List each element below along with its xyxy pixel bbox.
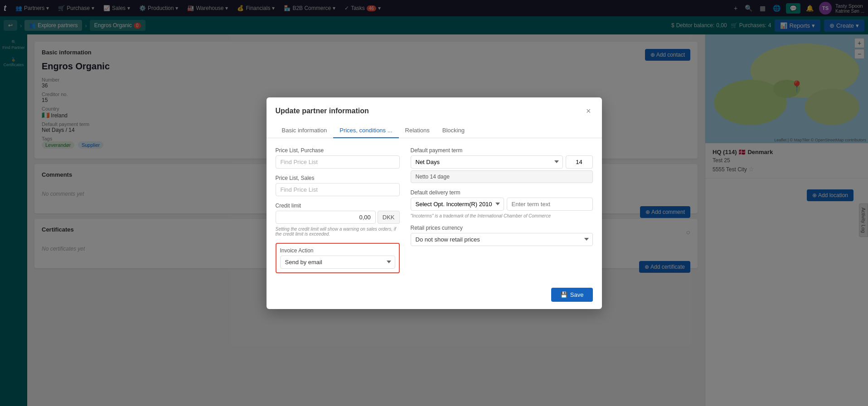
price-list-sales-group: Price List, Sales bbox=[276, 175, 400, 196]
modal-overlay: Update partner information × Basic infor… bbox=[0, 0, 868, 406]
price-list-purchase-label: Price List, Purchase bbox=[276, 147, 400, 154]
tab-relations[interactable]: Relations bbox=[399, 123, 436, 138]
default-payment-term-label: Default payment term bbox=[411, 147, 593, 154]
payment-term-inputs: Net Days Net 30 Net 60 Immediate bbox=[411, 155, 593, 169]
tab-basic-information[interactable]: Basic information bbox=[276, 123, 334, 138]
update-partner-modal: Update partner information × Basic infor… bbox=[267, 97, 602, 309]
price-list-purchase-group: Price List, Purchase bbox=[276, 147, 400, 169]
modal-close-button[interactable]: × bbox=[584, 105, 593, 118]
price-list-sales-input[interactable] bbox=[276, 183, 400, 196]
save-button[interactable]: 💾 Save bbox=[551, 288, 593, 302]
modal-tabs: Basic information Prices, conditions ...… bbox=[267, 123, 602, 138]
default-payment-term-group: Default payment term Net Days Net 30 Net… bbox=[411, 147, 593, 183]
price-list-sales-label: Price List, Sales bbox=[276, 175, 400, 181]
modal-footer: 💾 Save bbox=[267, 282, 602, 309]
invoice-action-highlighted-group: Invoice Action Send by email Print Do no… bbox=[276, 243, 400, 273]
incoterm-select[interactable]: Select Opt. Incoterm(R) 2010 bbox=[411, 198, 504, 211]
right-column: Default payment term Net Days Net 30 Net… bbox=[411, 147, 593, 273]
price-list-purchase-input[interactable] bbox=[276, 155, 400, 169]
left-column: Price List, Purchase Price List, Sales C… bbox=[276, 147, 400, 273]
default-delivery-term-label: Default delivery term bbox=[411, 189, 593, 196]
payment-term-type-select[interactable]: Net Days Net 30 Net 60 Immediate bbox=[411, 155, 563, 169]
credit-hint: Setting the credit limit will show a war… bbox=[276, 227, 400, 237]
credit-currency: DKK bbox=[378, 211, 400, 224]
invoice-action-label: Invoice Action bbox=[280, 247, 395, 254]
tab-prices-conditions[interactable]: Prices, conditions ... bbox=[333, 123, 398, 138]
credit-limit-label: Credit limit bbox=[276, 203, 400, 209]
incoterm-inputs: Select Opt. Incoterm(R) 2010 bbox=[411, 198, 593, 211]
retail-prices-label: Retail prices currency bbox=[411, 225, 593, 231]
credit-limit-input-group: DKK bbox=[276, 211, 400, 224]
incoterm-hint: "Incoterms" is a trademark of the Intern… bbox=[411, 213, 593, 218]
credit-limit-group: Credit limit DKK Setting the credit limi… bbox=[276, 203, 400, 237]
default-delivery-term-group: Default delivery term Select Opt. Incote… bbox=[411, 189, 593, 218]
save-icon: 💾 bbox=[560, 291, 567, 298]
payment-term-number-input[interactable] bbox=[566, 155, 593, 169]
modal-title: Update partner information bbox=[276, 107, 369, 115]
incoterm-text-input[interactable] bbox=[507, 198, 593, 211]
payment-term-description: Netto 14 dage bbox=[411, 170, 593, 183]
retail-prices-group: Retail prices currency Do not show retai… bbox=[411, 225, 593, 246]
tab-blocking[interactable]: Blocking bbox=[436, 123, 471, 138]
modal-header: Update partner information × bbox=[267, 97, 602, 118]
retail-prices-select[interactable]: Do not show retail prices DKK EUR USD bbox=[411, 233, 593, 246]
invoice-action-select[interactable]: Send by email Print Do nothing bbox=[280, 256, 395, 269]
credit-limit-input[interactable] bbox=[276, 211, 376, 224]
modal-body: Price List, Purchase Price List, Sales C… bbox=[267, 138, 602, 282]
